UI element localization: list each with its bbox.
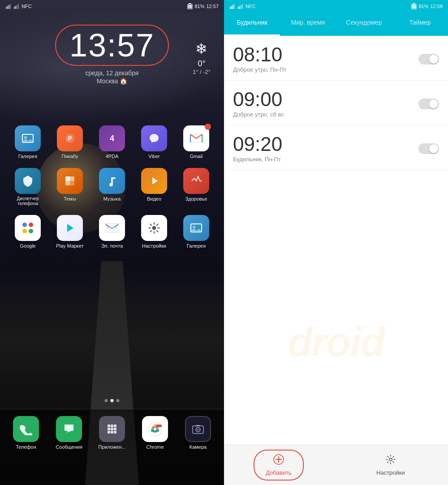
app-grid: Галерея P Пикабу 4 4PDA Viber xyxy=(0,125,224,258)
dock-camera[interactable]: Камера xyxy=(180,416,216,450)
signal-icons-right: NFC xyxy=(229,3,256,9)
weather-temp: 0° xyxy=(198,59,205,69)
settings-button[interactable]: Настройки xyxy=(363,450,418,481)
app-icon-pikabu: P xyxy=(57,125,83,151)
alarm-info-2: 09:00 Доброе утро, сб вс xyxy=(233,90,284,118)
svg-point-44 xyxy=(197,429,199,431)
alarm-toggle-3[interactable] xyxy=(418,143,439,154)
right-status-left: 81% 12:57 xyxy=(187,3,219,9)
alarm-item-1[interactable]: 08:10 Доброе утро, Пн-Пт xyxy=(224,36,448,81)
app-icon-camera xyxy=(185,416,211,442)
signal-icon-r2 xyxy=(237,3,244,9)
app-settings[interactable]: Настройки xyxy=(136,215,172,249)
app-dispatcher[interactable]: Диспетчер телефона xyxy=(10,168,46,206)
tab-timer[interactable]: Таймер xyxy=(392,13,448,36)
dock-label-chrome: Chrome xyxy=(146,444,164,450)
svg-rect-3 xyxy=(10,4,11,9)
status-bar-right: NFC 81% 12:58 xyxy=(224,0,448,13)
dock-label-phone: Телефон xyxy=(16,444,36,450)
add-alarm-button[interactable]: Добавить xyxy=(254,450,303,481)
app-icon-health xyxy=(183,168,209,194)
dot-2 xyxy=(111,399,114,402)
svg-rect-52 xyxy=(241,5,241,9)
app-icon-apps xyxy=(99,416,125,442)
alarm-desc-2: Доброе утро, сб вс xyxy=(233,111,284,118)
app-gmail[interactable]: Gmail xyxy=(178,125,214,159)
app-pikabu[interactable]: P Пикабу xyxy=(52,125,88,159)
svg-rect-35 xyxy=(108,431,110,433)
clock-time: 13:57 xyxy=(69,29,155,61)
svg-rect-36 xyxy=(111,431,113,433)
app-themes[interactable]: Темы xyxy=(52,168,88,206)
gmail-badge xyxy=(205,124,211,130)
tab-alarm[interactable]: Будильник xyxy=(224,13,280,36)
page-indicators xyxy=(105,399,120,402)
weather-icon: ❄ xyxy=(195,40,207,57)
app-health[interactable]: Здоровье xyxy=(178,168,214,206)
app-music[interactable]: Музыка xyxy=(94,168,130,206)
svg-rect-56 xyxy=(412,5,416,9)
svg-rect-55 xyxy=(413,3,415,4)
svg-rect-18 xyxy=(70,181,74,185)
app-icon-google xyxy=(15,215,41,241)
svg-rect-10 xyxy=(188,5,192,9)
app-gallery[interactable]: Галерея xyxy=(10,125,46,159)
svg-rect-34 xyxy=(114,428,116,430)
app-viber[interactable]: Viber xyxy=(136,125,172,159)
app-video[interactable]: Видео xyxy=(136,168,172,206)
alarm-item-3[interactable]: 09:20 Будильник, Пн-Пт xyxy=(224,125,448,170)
svg-marker-24 xyxy=(67,224,73,232)
app-label-dispatcher: Диспетчер телефона xyxy=(10,196,46,206)
dock-phone[interactable]: Телефон xyxy=(8,416,44,450)
signal-icon-1 xyxy=(5,3,12,9)
dock-messages[interactable]: Сообщения xyxy=(51,416,87,450)
svg-point-41 xyxy=(154,428,156,430)
dock-chrome[interactable]: Chrome xyxy=(137,416,173,450)
app-label-gallery: Галерея xyxy=(18,154,37,159)
app-label-gallery2: Галерея xyxy=(187,243,206,249)
clock-border: 13:57 xyxy=(55,25,169,66)
app-google[interactable]: Google xyxy=(10,215,46,249)
dock-apps: Телефон Сообщения xyxy=(0,409,224,454)
app-icon-gallery2 xyxy=(183,215,209,241)
tab-stopwatch[interactable]: Секундомер xyxy=(336,13,392,36)
tab-world-time[interactable]: Мир. время xyxy=(280,13,336,36)
add-label: Добавить xyxy=(266,469,291,476)
alarm-item-2[interactable]: 09:00 Доброе утро, сб вс xyxy=(224,81,448,125)
svg-rect-37 xyxy=(114,431,116,433)
app-icon-play xyxy=(57,215,83,241)
alarm-toggle-1[interactable] xyxy=(418,54,439,64)
content-area: droid xyxy=(224,240,448,445)
dock-apps-btn[interactable]: Приложен... xyxy=(94,416,130,450)
alarm-desc-1: Доброе утро, Пн-Пт xyxy=(233,66,286,73)
app-play[interactable]: Play Маркет xyxy=(52,215,88,249)
settings-icon xyxy=(385,454,396,468)
app-label-health: Здоровье xyxy=(185,196,207,202)
alarm-list: 08:10 Доброе утро, Пн-Пт 09:00 Доброе ут… xyxy=(224,36,448,240)
time-left: 12:57 xyxy=(206,4,219,9)
add-icon xyxy=(273,454,284,468)
app-gallery-2[interactable]: Галерея xyxy=(178,215,214,249)
app-icon-4pda: 4 xyxy=(99,125,125,151)
app-row-3: Google Play Маркет Эл. почта Настройки xyxy=(7,215,217,249)
svg-rect-15 xyxy=(65,176,70,181)
svg-rect-51 xyxy=(239,6,240,9)
app-4pda[interactable]: 4 4PDA xyxy=(94,125,130,159)
alarm-toggle-2[interactable] xyxy=(418,99,439,109)
clock-widget: 13:57 среда, 12 декабря Москва 🏠 xyxy=(13,25,211,85)
clock-city: Москва 🏠 xyxy=(97,77,128,85)
svg-point-28 xyxy=(193,226,195,228)
right-status-right: 81% 12:58 xyxy=(411,3,443,9)
alarm-info-1: 08:10 Доброе утро, Пн-Пт xyxy=(233,45,286,73)
signal-icon-2 xyxy=(13,3,20,9)
app-label-viber: Viber xyxy=(148,154,159,159)
app-mail[interactable]: Эл. почта xyxy=(94,215,130,249)
svg-rect-33 xyxy=(111,428,113,430)
app-label-video: Видео xyxy=(147,196,161,202)
app-label-4pda: 4PDA xyxy=(106,154,119,159)
svg-rect-7 xyxy=(18,4,19,9)
signal-icons-left: NFC xyxy=(5,3,32,9)
app-row-2: Диспетчер телефона Темы Музыка Видео xyxy=(7,168,217,206)
svg-rect-50 xyxy=(238,7,239,9)
svg-rect-6 xyxy=(17,5,17,9)
